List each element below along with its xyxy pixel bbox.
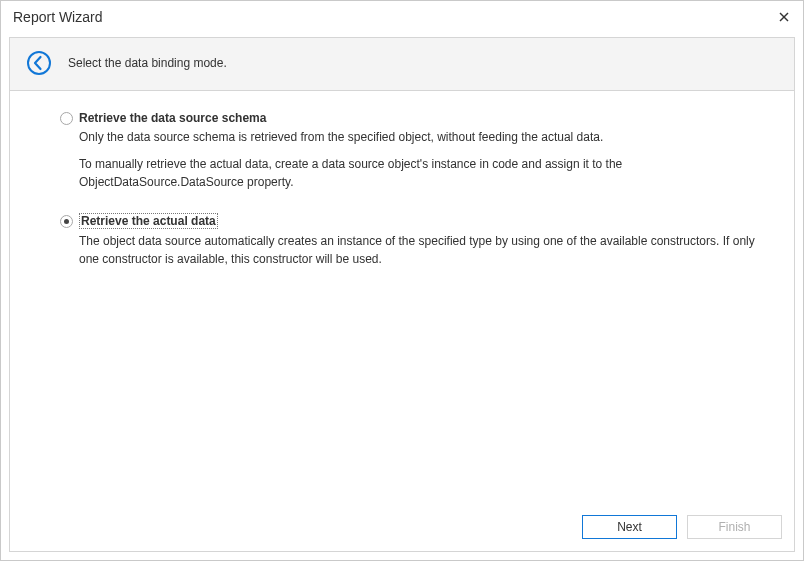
radio-schema[interactable] [60, 112, 73, 125]
close-icon [779, 12, 789, 22]
option-title-schema[interactable]: Retrieve the data source schema [79, 111, 266, 125]
svg-point-2 [28, 52, 50, 74]
option-desc-schema: To manually retrieve the actual data, cr… [79, 156, 774, 191]
wizard-window: Report Wizard Select the data binding mo… [0, 0, 804, 561]
option-title-actual[interactable]: Retrieve the actual data [79, 213, 218, 229]
header-bar: Select the data binding mode. [10, 38, 794, 91]
back-arrow-icon [26, 50, 52, 76]
next-button[interactable]: Next [582, 515, 677, 539]
options-area: Retrieve the data source schemaOnly the … [10, 91, 794, 505]
instruction-text: Select the data binding mode. [68, 56, 227, 70]
window-title: Report Wizard [13, 9, 102, 25]
close-button[interactable] [777, 10, 791, 24]
radio-actual[interactable] [60, 215, 73, 228]
content-frame: Select the data binding mode. Retrieve t… [9, 37, 795, 552]
back-button[interactable] [26, 50, 52, 76]
option-actual: Retrieve the actual dataThe object data … [60, 213, 774, 268]
option-header-actual[interactable]: Retrieve the actual data [60, 213, 774, 229]
option-schema: Retrieve the data source schemaOnly the … [60, 111, 774, 191]
option-header-schema[interactable]: Retrieve the data source schema [60, 111, 774, 125]
button-bar: Next Finish [10, 505, 794, 551]
finish-button: Finish [687, 515, 782, 539]
titlebar: Report Wizard [1, 1, 803, 33]
option-desc-actual: The object data source automatically cre… [79, 233, 774, 268]
option-desc-schema: Only the data source schema is retrieved… [79, 129, 774, 146]
